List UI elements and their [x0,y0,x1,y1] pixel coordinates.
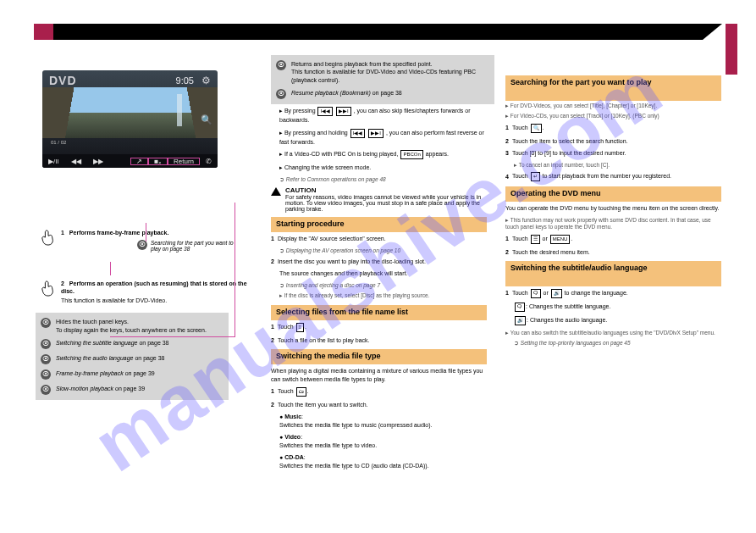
hold-note: ▸ By pressing and holding I◀◀ ▶▶I , you … [279,129,487,146]
step: 3Touch [0] to [9] to input the desired n… [505,149,721,157]
step: 2Touch the item to select the search fun… [505,137,721,145]
info-row-text: Slow-motion playback on page 39 [56,385,223,392]
top-menu-key-icon: ☰ [531,235,540,244]
menu-key-icon: MENU [550,235,571,244]
step: 1Touch 🗂. [271,387,487,397]
audio-key-icon: 🔊 [551,289,562,298]
phone-button[interactable]: ✆ [200,158,218,165]
note: ▸ For DVD-Videos, you can select [Title]… [505,103,721,109]
header-bar [34,24,722,40]
ref: ➲ Setting the top-priority languages on … [514,340,721,347]
option-audio: 🔊: Changes the audio language. [514,316,721,325]
step: 2Touch the desired menu item. [505,248,721,256]
search-key-icon: 🔍 [531,124,542,133]
step: 2Touch the item you want to switch. [271,401,487,408]
step: 1Display the "AV source selection" scree… [271,235,487,242]
option-subtitle: 🗨: Changes the subtitle language. [514,303,721,312]
info-row-text: Frame-by-frame playback on page 39 [56,369,223,377]
dvd-source-label: DVD [49,74,77,87]
link-callout: ⦿ Searching for the part you want to pla… [137,240,244,252]
leader-line [146,223,146,242]
next-track-icon: ▶▶I [336,107,351,116]
step-sub: The source changes and then playback wil… [279,269,487,277]
page: manualshive.com DVD 9:05 ⚙ 🔍 01 / 02 ▶/I… [0,0,756,533]
heading-starting-procedure: Starting procedure [271,217,487,232]
link-caption: Searching for the part you want to play … [151,240,244,252]
enter-key-icon: ↵ [531,172,540,181]
column-3: Searching for the part you want to play … [505,55,721,351]
dvd-clock: 9:05 [176,75,194,86]
dvd-waterfall [177,94,182,126]
next-track-icon: ▶▶I [368,129,384,138]
audio-key-icon: 🔊 [515,316,526,325]
step: 1Touch 🔍. [505,124,721,133]
option-video: ● Video:Switches the media file type to … [279,433,487,449]
prev-track-icon: I◀◀ [350,129,366,138]
media-ref: ➲ Refer to Common operations on page 48 [279,176,487,183]
link-icon: ⦿ [41,354,51,364]
info-row-text: Returns and begins playback from the spe… [291,60,489,84]
rewind-button[interactable]: ◀◀ [65,158,87,165]
warning-icon [271,187,281,196]
note: ▸ This function may not work properly wi… [505,217,721,231]
gear-icon: ⚙ [201,75,211,86]
column-1: DVD 9:05 ⚙ 🔍 01 / 02 ▶/II ◀◀ ▶▶ ↗ ■ₓ Ret… [36,55,251,400]
link-icon: ⦿ [41,339,51,349]
heading-selecting-files: Selecting files from the file name list [271,305,487,320]
option-music: ● Music:Switches the media file type to … [279,413,487,429]
touch-icon [41,229,56,247]
stop-button[interactable]: ■ₓ [148,158,168,165]
dvd-screenshot: DVD 9:05 ⚙ 🔍 01 / 02 ▶/II ◀◀ ▶▶ ↗ ■ₓ Ret… [42,70,218,168]
step-note: ▸ To cancel an input number, touch [C]. [514,162,721,169]
skip-note: ▸ By pressing I◀◀ ▶▶I , you can also ski… [279,107,487,124]
section-body: You can operate the DVD menu by touching… [505,204,721,212]
link-icon: ⦿ [41,385,51,395]
callout-2-text: 2 Performs an operation (such as resumin… [61,280,251,304]
caution-body: For safety reasons, video images cannot … [285,194,487,212]
step: 1Touch ≡. [271,323,487,332]
play-pause-button[interactable]: ▶/II [42,158,65,165]
step-ref: ➲ Displaying the AV operation screen on … [279,247,487,254]
caution-block: CAUTION For safety reasons, video images… [271,186,487,212]
step: 2Touch a file on the list to play back. [271,336,487,344]
option-cdda: ● CD-DA:Switches the media file type to … [279,453,487,469]
touch-icon [41,280,56,298]
callout-1-text: 1 Performs frame-by-frame playback. [61,229,168,236]
heading-dvd-menu: Operating the DVD menu [505,186,721,202]
dvd-track-info: 01 / 02 [51,140,66,145]
info-row-text: Resume playback (Bookmark) on page 38 [291,89,489,97]
link-icon: ⦿ [276,89,286,99]
link-icon: ⦿ [137,240,147,250]
list-key-icon: ≡ [296,323,305,332]
header-notch [703,24,722,40]
link-icon: ⦿ [276,60,286,70]
info-box-col1: ⦿ Hides the touch panel keys. To display… [36,313,229,400]
return-button[interactable]: Return [168,158,200,165]
callout-2: 2 Performs an operation (such as resumin… [41,280,251,304]
media-note: ▸ Changing the wide screen mode. [279,164,487,171]
note: ▸ You can also switch the subtitle/audio… [505,330,721,336]
leader-line [110,336,235,337]
leader-line [235,203,235,336]
caution-title: CAUTION [285,186,487,194]
step-ref: ➲ Inserting and ejecting a disc on page … [279,282,487,289]
note: ▸ For Video-CDs, you can select [Track] … [505,113,721,119]
step: 4Touch ↵ to start playback from the numb… [505,172,721,181]
search-icon: 🔍 [201,114,212,125]
link-icon: ⦿ [41,318,51,328]
pbc-note: ▸ If a Video-CD with PBC On is being pla… [279,150,487,159]
leader-line [110,262,111,275]
dvd-control-bar: ▶/II ◀◀ ▶▶ ↗ ■ₓ Return ✆ [42,154,218,168]
column-2: ⦿ Returns and begins playback from the s… [271,55,487,474]
step: 1Touch ☰ or MENU. [505,235,721,244]
info-row-text: Hides the touch panel keys. To display a… [56,318,223,334]
forward-button[interactable]: ▶▶ [87,158,109,165]
media-key-icon: 🗂 [296,387,306,397]
section-body: When playing a digital media containing … [271,367,487,383]
step: 1Touch 🗨 or 🔊 to change the language. [505,289,721,298]
prev-track-icon: I◀◀ [317,107,333,116]
pbc-on-key: PBCOn [400,150,422,159]
heading-searching: Searching for the part you want to play [505,75,721,101]
trick-play-button[interactable]: ↗ [130,158,148,165]
subtitle-key-icon: 🗨 [515,303,525,312]
